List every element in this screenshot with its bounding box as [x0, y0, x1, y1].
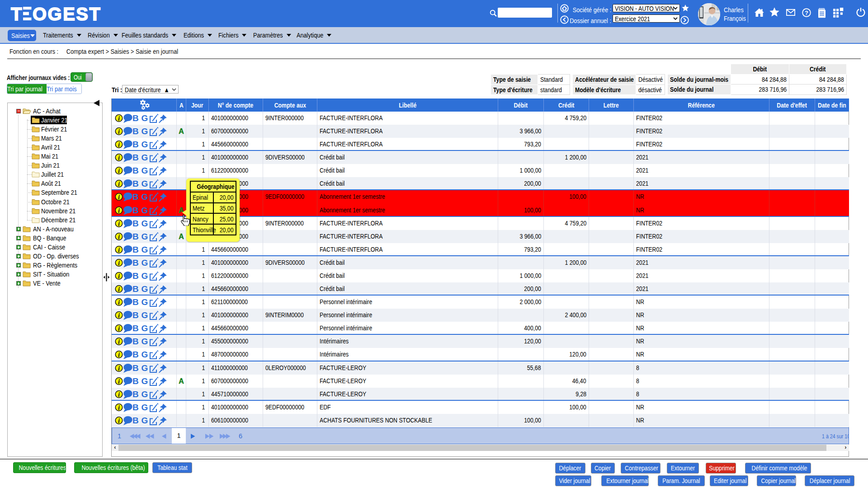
svg-text:i: i [118, 246, 120, 253]
svg-text:i: i [118, 325, 120, 332]
svg-text:i: i [118, 377, 120, 385]
svg-text:i: i [118, 220, 120, 227]
svg-text:B: B [132, 179, 139, 189]
svg-text:i: i [118, 259, 120, 267]
svg-text:B: B [132, 389, 139, 399]
svg-text:i: i [118, 128, 120, 135]
svg-text:G: G [142, 389, 148, 399]
svg-text:B: B [132, 376, 139, 386]
svg-text:G: G [142, 206, 148, 215]
svg-text:G: G [142, 297, 148, 307]
svg-text:i: i [118, 312, 120, 319]
svg-text:G: G [142, 350, 148, 360]
svg-text:G: G [142, 363, 148, 373]
svg-text:B: B [132, 127, 139, 136]
svg-text:i: i [118, 338, 120, 345]
svg-text:i: i [118, 272, 120, 280]
svg-text:i: i [118, 364, 120, 371]
svg-text:G: G [142, 337, 148, 347]
svg-text:B: B [132, 297, 139, 307]
svg-text:i: i [118, 115, 120, 122]
svg-text:B: B [132, 324, 139, 333]
svg-text:G: G [142, 245, 148, 254]
svg-text:i: i [118, 233, 120, 240]
svg-text:B: B [132, 310, 139, 320]
svg-text:B: B [132, 206, 139, 215]
svg-text:G: G [142, 127, 148, 136]
svg-text:G: G [142, 416, 148, 425]
svg-text:G: G [142, 310, 148, 320]
svg-text:G: G [142, 140, 148, 149]
svg-text:G: G [142, 324, 148, 333]
svg-text:i: i [118, 417, 120, 424]
svg-text:B: B [132, 284, 139, 294]
svg-text:G: G [142, 113, 148, 123]
svg-text:B: B [132, 363, 139, 373]
svg-text:B: B [132, 271, 139, 281]
svg-text:B: B [132, 337, 139, 347]
svg-text:B: B [132, 232, 139, 241]
svg-text:B: B [132, 245, 139, 254]
svg-text:i: i [118, 404, 120, 411]
svg-text:B: B [132, 192, 139, 202]
svg-text:G: G [142, 153, 148, 163]
svg-text:i: i [118, 193, 120, 201]
svg-text:i: i [118, 180, 120, 188]
svg-text:G: G [142, 179, 148, 189]
svg-text:?: ? [805, 9, 808, 16]
svg-text:G: G [142, 403, 148, 412]
svg-text:B: B [132, 166, 139, 176]
svg-text:G: G [142, 284, 148, 294]
svg-text:G: G [142, 166, 148, 176]
svg-text:i: i [118, 299, 120, 306]
svg-text:i: i [118, 141, 120, 148]
svg-text:B: B [132, 416, 139, 425]
svg-text:B: B [132, 140, 139, 149]
svg-text:i: i [118, 286, 120, 293]
svg-text:i: i [118, 351, 120, 358]
svg-text:G: G [142, 232, 148, 241]
svg-text:i: i [118, 154, 120, 161]
svg-text:i: i [118, 206, 120, 214]
svg-text:B: B [132, 113, 139, 123]
svg-text:B: B [132, 350, 139, 360]
svg-text:B: B [132, 258, 139, 267]
svg-text:G: G [142, 258, 148, 267]
svg-text:B: B [132, 403, 139, 412]
svg-text:G: G [142, 376, 148, 386]
svg-text:B: B [132, 153, 139, 163]
svg-text:G: G [142, 219, 148, 228]
svg-text:i: i [118, 390, 120, 398]
svg-text:B: B [132, 219, 139, 228]
svg-text:G: G [142, 271, 148, 281]
svg-text:G: G [142, 192, 148, 202]
svg-text:i: i [118, 167, 120, 174]
